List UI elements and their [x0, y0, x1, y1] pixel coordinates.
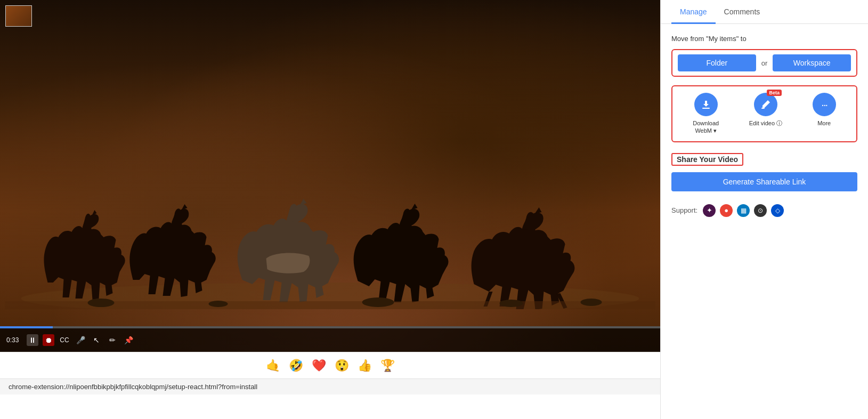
pause-button[interactable]: ⏸: [27, 334, 38, 346]
workspace-button[interactable]: Workspace: [773, 54, 851, 71]
svg-point-6: [581, 299, 602, 306]
video-container: 0:33 ⏸ ⏺ CC 🎤 ↖ ✏ 📌: [0, 0, 660, 352]
support-icon-github[interactable]: ⊙: [754, 204, 767, 217]
emoji-trophy[interactable]: 🏆: [380, 359, 395, 373]
video-thumbnail-corner[interactable]: [5, 5, 32, 27]
beta-badge: Beta: [767, 90, 782, 96]
move-label: Move from "My items" to: [671, 35, 857, 43]
svg-point-5: [500, 300, 523, 307]
support-icon-slack[interactable]: ✦: [703, 204, 716, 217]
download-icon-circle: [694, 93, 718, 116]
horses-silhouette: [0, 176, 660, 309]
tab-manage[interactable]: Manage: [671, 0, 716, 24]
emoji-heart[interactable]: ❤️: [312, 359, 326, 373]
support-icons: ✦ ● ▦ ⊙ ◇: [703, 204, 784, 217]
support-icon-jira[interactable]: ◇: [771, 204, 784, 217]
video-background: [0, 0, 660, 352]
more-label: More: [817, 119, 831, 127]
video-section: 0:33 ⏸ ⏺ CC 🎤 ↖ ✏ 📌 🤙 🤣 ❤️ 😲 👍 🏆 chrome-…: [0, 0, 660, 419]
generate-link-button[interactable]: Generate Shareable Link: [671, 172, 857, 191]
download-action[interactable]: DownloadWebM ▾: [693, 93, 719, 135]
url-text: chrome-extension://nlipoenfbbikpbjkfpfil…: [9, 383, 257, 391]
sidebar-panel: Manage Comments Move from "My items" to …: [660, 0, 868, 419]
emoji-reaction-bar: 🤙 🤣 ❤️ 😲 👍 🏆: [0, 352, 660, 378]
mic-button[interactable]: 🎤: [75, 334, 86, 346]
cursor-button[interactable]: ↖: [91, 334, 102, 346]
or-separator: or: [761, 59, 768, 67]
svg-rect-7: [702, 108, 710, 109]
support-icon-google[interactable]: ●: [720, 204, 733, 217]
svg-rect-8: [761, 108, 765, 109]
action-buttons-box: DownloadWebM ▾ Beta Edit video ⓘ ···: [671, 85, 857, 142]
edit-video-icon: [760, 99, 771, 110]
draw-button[interactable]: ✏: [107, 334, 118, 346]
move-buttons-box: Folder or Workspace: [671, 49, 857, 77]
support-icon-trello[interactable]: ▦: [737, 204, 750, 217]
svg-point-4: [362, 297, 394, 307]
svg-point-2: [88, 299, 115, 307]
edit-video-action[interactable]: Beta Edit video ⓘ: [749, 93, 782, 127]
video-controls-bar: 0:33 ⏸ ⏺ CC 🎤 ↖ ✏ 📌: [0, 328, 660, 352]
video-time: 0:33: [6, 336, 22, 344]
download-icon: [701, 99, 711, 110]
edit-icon-circle: Beta: [754, 93, 777, 116]
download-label: DownloadWebM ▾: [693, 119, 719, 135]
svg-point-3: [209, 301, 228, 307]
tab-comments[interactable]: Comments: [716, 0, 769, 24]
emoji-laugh[interactable]: 🤣: [289, 359, 303, 373]
support-label: Support:: [671, 206, 697, 214]
emoji-thumbsup[interactable]: 👍: [358, 359, 372, 373]
share-section: Share Your Video Generate Shareable Link: [671, 153, 857, 191]
annotation-button[interactable]: 📌: [123, 334, 134, 346]
more-action[interactable]: ··· More: [813, 93, 836, 127]
folder-button[interactable]: Folder: [678, 54, 756, 71]
url-bar: chrome-extension://nlipoenfbbikpbjkfpfil…: [0, 378, 660, 394]
emoji-hand[interactable]: 🤙: [266, 359, 280, 373]
sidebar-tabs: Manage Comments: [661, 0, 868, 24]
more-icon-circle: ···: [813, 93, 836, 116]
sidebar-manage-content: Move from "My items" to Folder or Worksp…: [661, 24, 868, 419]
share-title: Share Your Video: [671, 153, 743, 166]
caption-button[interactable]: CC: [59, 334, 70, 346]
edit-video-label: Edit video ⓘ: [749, 119, 782, 127]
record-button[interactable]: ⏺: [43, 334, 54, 346]
support-row: Support: ✦ ● ▦ ⊙ ◇: [671, 200, 857, 217]
emoji-wow[interactable]: 😲: [335, 359, 349, 373]
